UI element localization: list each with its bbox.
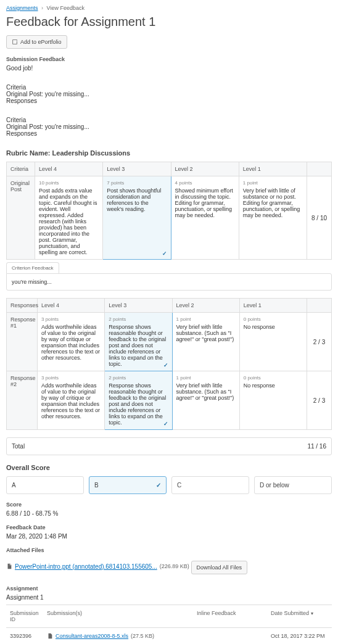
check-icon: ✓ — [156, 482, 161, 489]
rubric-header — [307, 299, 332, 313]
page-title: Feedback for Assignment 1 — [6, 15, 332, 29]
download-all-label: Download All Files — [197, 564, 242, 571]
score-label: Score — [6, 502, 332, 508]
add-to-eportfolio-label: Add to ePortfolio — [20, 39, 62, 45]
attached-files-label: Attached Files — [6, 547, 332, 553]
rubric-desc: Very brief with little substance. (Such … — [176, 324, 234, 342]
criteria-line: Criteria — [6, 84, 332, 91]
col-date-submitted[interactable]: Date Submitted ▾ — [267, 605, 332, 628]
rubric-score: 8 / 10 — [307, 176, 332, 260]
breadcrumb: Assignments › View Feedback — [6, 5, 332, 11]
rubric-points: 3 points — [41, 316, 101, 322]
rubric-desc: No response — [244, 324, 275, 330]
grade-box[interactable]: B✓ — [89, 476, 167, 494]
grade-label: B — [94, 482, 99, 489]
rubric-header: Level 3 — [105, 299, 172, 313]
rubric-points: 10 points — [39, 180, 99, 186]
chevron-right-icon: › — [39, 5, 45, 11]
attached-file-row: PowerPoint-intro.ppt (annotated).6814103… — [6, 563, 189, 570]
attached-file-link[interactable]: PowerPoint-intro.ppt (annotated).6814103… — [15, 563, 157, 570]
attached-file-size: (226.89 KB) — [160, 563, 189, 569]
submission-link[interactable]: Consultant-areas2008-8-5.xls — [56, 633, 128, 639]
rubric-cell: 10 pointsPost adds extra value and expan… — [35, 176, 103, 260]
rubric-header: Level 2 — [171, 162, 239, 176]
submission-file: Consultant-areas2008-8-5.xls (27.5 KB) — [47, 633, 154, 639]
inline-feedback-cell: View Inline Feedback — [193, 628, 267, 645]
criteria-line: Responses — [6, 97, 332, 104]
rubric-header: Level 3 — [103, 162, 171, 176]
add-to-eportfolio-button[interactable]: Add to ePortfolio — [6, 35, 67, 49]
total-label: Total — [12, 443, 25, 450]
download-all-button[interactable]: Download All Files — [191, 561, 248, 574]
assignment-label: Assignment — [6, 585, 332, 592]
rubric-points: 3 points — [41, 375, 101, 381]
rubric-name: Rubric Name: Leadership Discussions — [6, 149, 332, 157]
rubric-cell: 2 pointsResponse shows reasonable though… — [105, 371, 172, 430]
rubric-desc: Adds worthwhile ideas of value to the or… — [41, 382, 100, 419]
rubric-desc: Response shows reasonable thought or fee… — [109, 382, 166, 426]
feedback-date-label: Feedback Date — [6, 524, 332, 530]
overall-score-label: Overall Score — [6, 464, 332, 471]
total-row: Total 11 / 16 — [6, 437, 332, 455]
rubric-header: Level 4 — [35, 162, 103, 176]
grade-label: D or below — [260, 482, 289, 489]
assignment-name: Assignment 1 — [6, 594, 332, 601]
feedback-date-value: Mar 28, 2020 1:48 PM — [6, 533, 332, 540]
criterion-feedback-tab: Criterion Feedback — [6, 262, 59, 273]
criteria-line: Responses — [6, 130, 332, 137]
rubric-table-2: ResponsesLevel 4Level 3Level 2Level 1 Re… — [6, 298, 332, 430]
check-icon: ✓ — [163, 421, 168, 427]
col-submission-id[interactable]: Submission ID — [6, 605, 43, 628]
total-value: 11 / 16 — [307, 443, 326, 450]
rubric-desc: Response shows reasonable thought or fee… — [109, 324, 166, 367]
rubric-points: 1 point — [243, 180, 303, 186]
submission-id-cell: 3392396 — [6, 628, 43, 645]
grade-box[interactable]: D or below — [254, 476, 332, 494]
rubric-cell: 1 pointVery brief with little of substan… — [239, 176, 307, 260]
rubric-desc: Adds worthwhile ideas of value to the or… — [41, 324, 100, 361]
grade-box[interactable]: C — [171, 476, 249, 494]
rubric-score: 2 / 3 — [307, 371, 332, 430]
submissions-cell: Consultant-areas2008-8-5.xls (27.5 KB)wi… — [43, 628, 193, 645]
rubric-cell: 3 pointsAdds worthwhile ideas of value t… — [38, 371, 105, 430]
rubric-desc: Showed minimum effort in discussing the … — [175, 188, 233, 218]
rubric-header: Level 1 — [239, 299, 307, 313]
rubric-points: 1 point — [176, 375, 236, 381]
rubric-header: Level 2 — [172, 299, 239, 313]
rubric-cell: 0 pointsNo response — [239, 371, 307, 430]
document-icon — [47, 633, 53, 639]
rubric-cell: 1 pointVery brief with little substance.… — [172, 371, 239, 430]
rubric-points: 1 point — [176, 316, 236, 322]
col-inline-feedback[interactable]: Inline Feedback — [193, 605, 267, 628]
submission-size: (27.5 KB) — [131, 633, 154, 639]
rubric-points: 7 points — [107, 180, 167, 186]
rubric-desc: Very brief with little of substance or n… — [243, 188, 300, 218]
document-icon — [6, 563, 12, 569]
rubric-score: 2 / 3 — [307, 313, 332, 371]
grade-box[interactable]: A — [6, 476, 84, 494]
rubric-cell: 7 pointsPost shows thoughtful considerat… — [103, 176, 171, 260]
check-icon: ✓ — [163, 362, 168, 368]
rubric-header — [307, 162, 332, 176]
col-submissions[interactable]: Submission(s) — [43, 605, 193, 628]
breadcrumb-current: View Feedback — [47, 5, 84, 11]
rubric-header: Level 1 — [239, 162, 307, 176]
rubric-cell: 1 pointVery brief with little substance.… — [172, 313, 239, 371]
score-value: 6.88 / 10 - 68.75 % — [6, 510, 332, 517]
rubric-points: 2 points — [109, 375, 168, 381]
rubric-desc: Post shows thoughtful consideration and … — [107, 188, 161, 212]
criterion-feedback-text: you're missing... — [6, 273, 332, 291]
rubric-points: 4 points — [175, 180, 235, 186]
rubric-header: Criteria — [7, 162, 35, 176]
rubric-desc: Post adds extra value and expands on the… — [39, 188, 97, 255]
rubric-header: Level 4 — [38, 299, 105, 313]
rubric-cell: 2 pointsResponse shows reasonable though… — [105, 313, 172, 371]
breadcrumb-parent[interactable]: Assignments — [6, 5, 38, 11]
rubric-points: 0 points — [244, 375, 303, 381]
grade-boxes: AB✓CD or below — [6, 476, 332, 494]
rubric-row-label: Response #1 — [7, 313, 38, 371]
grade-label: C — [177, 482, 181, 489]
check-icon: ✓ — [162, 250, 167, 257]
criteria-block: CriteriaOriginal Post: you're missing...… — [6, 117, 332, 137]
rubric-cell: 0 pointsNo response — [239, 313, 307, 371]
